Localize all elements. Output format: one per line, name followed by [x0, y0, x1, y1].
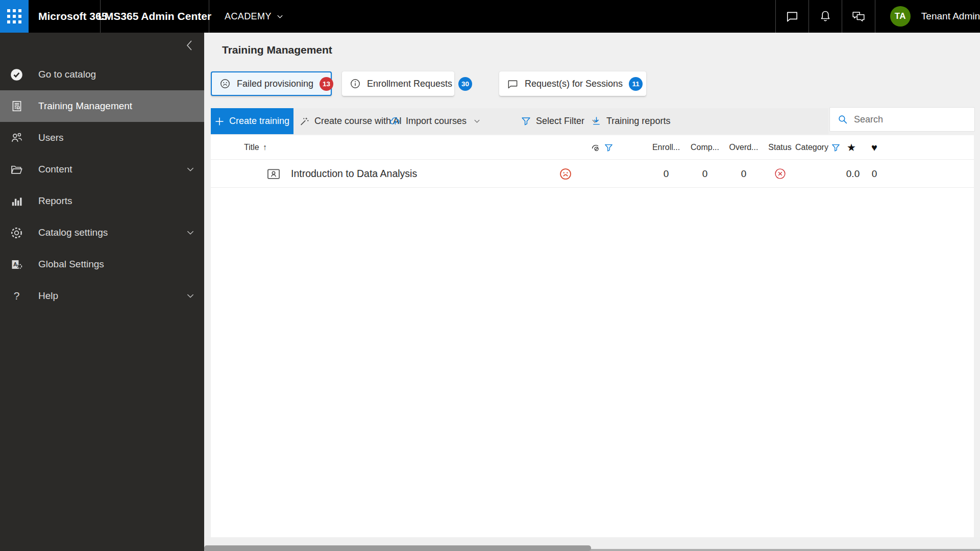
- app-launcher-button[interactable]: [0, 0, 29, 33]
- sidebar-item-content[interactable]: Content: [0, 154, 204, 185]
- gear-icon: [10, 226, 23, 240]
- star-icon: ★: [847, 141, 856, 154]
- status-error-icon: [761, 160, 799, 188]
- sidebar-item-label: Content: [38, 164, 72, 175]
- create-training-label: Create training: [229, 116, 289, 127]
- sidebar-item-reports[interactable]: Reports: [0, 185, 204, 217]
- filter-funnel-icon[interactable]: [604, 143, 614, 153]
- title-header-label: Title: [244, 143, 259, 152]
- rating-value: 0.0: [841, 160, 865, 188]
- create-course-ai-label: Create course with AI: [314, 116, 402, 127]
- filter-funnel-icon: [521, 116, 531, 127]
- training-reports-label: Training reports: [606, 116, 670, 127]
- table-row[interactable]: Introduction to Data Analysis 0 0 0 0.0 …: [211, 160, 974, 188]
- enrollment-count-badge: 30: [458, 77, 472, 91]
- column-header-rating[interactable]: ★: [841, 135, 862, 160]
- tab-session-requests[interactable]: Request(s) for Sessions 11: [499, 71, 646, 96]
- create-training-button[interactable]: Create training: [211, 108, 293, 134]
- column-header-category[interactable]: Category: [795, 135, 842, 160]
- bell-icon: [819, 10, 832, 23]
- plus-icon: [215, 117, 224, 126]
- question-mark-icon: ?: [10, 289, 23, 303]
- circle-check-icon: [10, 68, 23, 82]
- likes-value: 0: [865, 160, 884, 188]
- column-header-likes[interactable]: ♥: [864, 135, 885, 160]
- sidebar-item-label: Global Settings: [38, 259, 104, 270]
- column-header-status[interactable]: Status: [761, 135, 799, 160]
- import-courses-label: Import courses: [406, 116, 467, 127]
- filter-funnel-icon[interactable]: [831, 143, 841, 153]
- waffle-icon: [7, 9, 22, 24]
- sidebar-item-catalog-settings[interactable]: Catalog settings: [0, 217, 204, 248]
- chevron-left-icon: [184, 39, 195, 52]
- training-reports-button[interactable]: Training reports: [591, 108, 670, 134]
- avatar: TA: [890, 6, 911, 27]
- bar-chart-icon: [10, 194, 23, 208]
- magic-wand-icon: [299, 116, 310, 127]
- feedback-button[interactable]: [842, 0, 875, 33]
- training-list-icon: [10, 99, 23, 113]
- tenant-switcher[interactable]: ACADEMY: [209, 0, 298, 33]
- sidebar-item-label: Catalog settings: [38, 227, 108, 238]
- sad-face-icon: [219, 78, 231, 89]
- info-icon: [350, 78, 361, 89]
- speech-bubble-icon: [507, 78, 519, 90]
- sidebar: Go to catalog Training Management Users …: [0, 33, 204, 551]
- chevron-down-icon: [473, 117, 481, 125]
- toolbar: Create training Create course with AI Im…: [211, 108, 828, 134]
- category-header-label: Category: [795, 143, 828, 152]
- sidebar-item-go-to-catalog[interactable]: Go to catalog: [0, 59, 204, 90]
- import-courses-button[interactable]: Import courses: [389, 108, 481, 134]
- sessions-count-badge: 11: [629, 77, 643, 91]
- sidebar-item-help[interactable]: ? Help: [0, 280, 204, 312]
- tab-label: Enrollment Requests: [367, 79, 452, 89]
- search-box: [829, 107, 975, 132]
- sidebar-item-label: Users: [38, 132, 64, 143]
- horizontal-scrollbar[interactable]: [204, 537, 980, 551]
- heart-icon: ♥: [871, 142, 877, 154]
- sidebar-item-training-management[interactable]: Training Management: [0, 90, 204, 122]
- brand-microsoft-365[interactable]: Microsoft 365: [29, 0, 101, 33]
- tab-label: Request(s) for Sessions: [525, 79, 623, 89]
- cloud-upload-icon: [389, 115, 401, 127]
- training-title-link[interactable]: Introduction to Data Analysis: [291, 160, 417, 188]
- main-content: Training Management Failed provisioning …: [204, 33, 980, 551]
- chat-button[interactable]: [776, 0, 809, 33]
- sidebar-item-label: Reports: [38, 195, 72, 207]
- trainings-table: Title ↑ Enroll... Comp... Overd... Statu…: [211, 135, 974, 537]
- column-header-provision-status[interactable]: [589, 135, 614, 160]
- horizontal-scrollbar-thumb[interactable]: [204, 545, 591, 551]
- column-header-overdue[interactable]: Overd...: [721, 135, 767, 160]
- chevron-down-icon: [186, 291, 195, 300]
- create-course-ai-button[interactable]: Create course with AI: [299, 108, 402, 134]
- user-name: Tenant Admin: [921, 11, 980, 22]
- admin-settings-icon: A: [10, 258, 23, 271]
- notifications-button[interactable]: [809, 0, 842, 33]
- app-window: Microsoft 365 LMS365 Admin Center ACADEM…: [0, 0, 980, 551]
- sidebar-item-users[interactable]: Users: [0, 122, 204, 154]
- svg-text:A: A: [13, 261, 17, 267]
- overdue-count: 0: [721, 160, 767, 188]
- select-filter-button[interactable]: Select Filter: [521, 108, 599, 134]
- tenant-name: ACADEMY: [225, 11, 272, 22]
- tab-enrollment-requests[interactable]: Enrollment Requests 30: [342, 71, 454, 96]
- download-icon: [591, 116, 602, 127]
- column-header-title[interactable]: Title ↑: [244, 135, 267, 160]
- failed-provisioning-icon: [558, 160, 573, 188]
- chevron-down-icon: [186, 165, 195, 174]
- sidebar-collapse-button[interactable]: [183, 39, 196, 52]
- sidebar-nav: Go to catalog Training Management Users …: [0, 59, 204, 312]
- users-icon: [10, 131, 23, 145]
- search-input[interactable]: [854, 114, 972, 125]
- tab-failed-provisioning[interactable]: Failed provisioning 13: [211, 71, 332, 96]
- chat-icon: [786, 10, 799, 23]
- topbar-spacer: [298, 0, 776, 33]
- account-menu[interactable]: TA Tenant Admin: [875, 0, 980, 33]
- vertical-scrollbar[interactable]: [974, 135, 980, 537]
- chevron-down-icon: [276, 13, 284, 20]
- tab-label: Failed provisioning: [237, 79, 313, 89]
- failed-count-badge: 13: [320, 77, 333, 91]
- app-title: LMS365 Admin Center: [101, 0, 209, 33]
- folder-icon: [10, 163, 23, 177]
- sidebar-item-global-settings[interactable]: A Global Settings: [0, 248, 204, 280]
